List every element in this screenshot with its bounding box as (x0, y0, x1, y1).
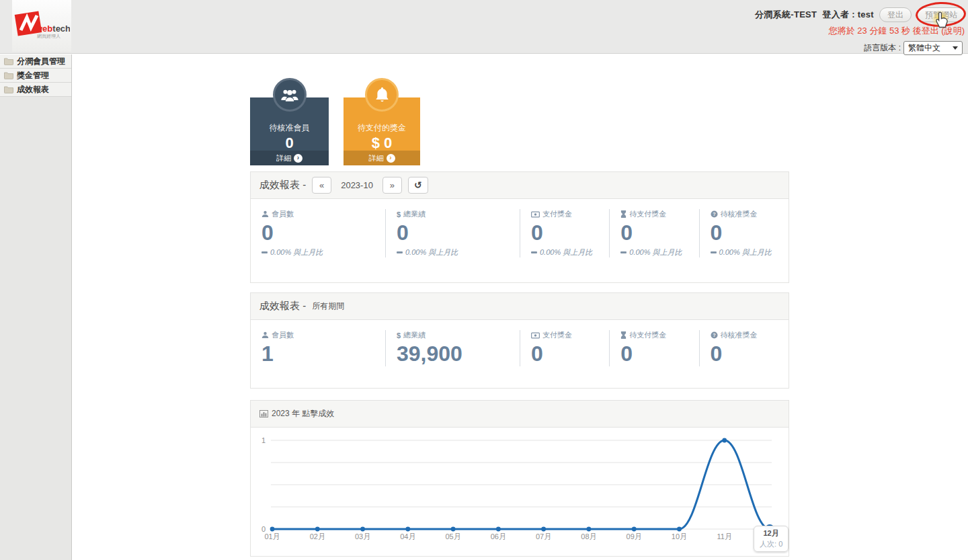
stat-paid-bonus: 支付獎金 0 (520, 330, 609, 366)
panel-title: 成效報表 - (259, 300, 306, 313)
money-icon (531, 211, 540, 218)
logo[interactable]: webtech 網頁經理人 (12, 0, 71, 52)
x-axis-label: 10月 (672, 532, 687, 541)
sidebar: 分潤會員管理 獎金管理 成效報表 (0, 54, 72, 560)
minus-icon (620, 251, 627, 253)
stat-members: 會員數 1 (251, 330, 385, 366)
detail-label: 詳細 (276, 153, 291, 163)
clicks-chart-svg: 1001月02月03月04月05月06月07月08月09月10月11月12月 (251, 428, 789, 557)
x-axis-label: 01月 (264, 532, 280, 541)
stat-paid-bonus: 支付獎金 0 0.00% 與上月比 (520, 209, 609, 257)
stat-value: 0 (531, 342, 609, 366)
chart-point[interactable] (270, 527, 275, 532)
x-axis-label: 02月 (310, 532, 325, 541)
period-value: 2023-10 (341, 180, 373, 190)
chart-point[interactable] (587, 527, 592, 532)
prev-month-button[interactable]: « (312, 177, 331, 194)
pending-members-card[interactable]: 待核准會員 0 詳細 › (250, 97, 329, 165)
alltime-report-panel: 成效報表 - 所有期間 會員數 1 $ 總業績 39,900 支付獎金 0 (250, 292, 789, 389)
arrow-circle-icon: › (387, 154, 395, 163)
folder-icon (4, 58, 13, 65)
stat-compare: 0.00% 與上月比 (540, 247, 592, 257)
tooltip-month: 12月 (760, 528, 782, 538)
clicks-chart-panel: 2023 年 點擊成效 1001月02月03月04月05月06月07月08月09… (250, 400, 789, 557)
chart-point[interactable] (541, 527, 546, 532)
sidebar-item-label: 分潤會員管理 (17, 56, 65, 67)
chart-point[interactable] (632, 527, 637, 532)
x-axis-label: 06月 (491, 532, 506, 541)
svg-text:?: ? (713, 332, 716, 338)
stat-compare: 0.00% 與上月比 (270, 247, 323, 257)
monthly-stats-row: 會員數 0 0.00% 與上月比 $ 總業績 0 0.00% 與上月比 支付獎金… (251, 199, 789, 257)
stat-unpaid-bonus: 待支付獎金 0 (609, 330, 698, 366)
detail-label: 詳細 (369, 153, 384, 163)
minus-icon (711, 251, 717, 253)
stat-value: 39,900 (397, 342, 520, 366)
stat-label: 待支付獎金 (629, 209, 666, 219)
panel-period-label: 所有期間 (312, 301, 344, 312)
chart-point[interactable] (677, 527, 682, 532)
top-header: webtech 網頁經理人 分潤系統-TEST 登入者 : test 登出 預覽… (0, 0, 968, 54)
alltime-report-header: 成效報表 - 所有期間 (251, 293, 789, 320)
reset-period-button[interactable]: ↺ (408, 177, 428, 194)
users-icon (273, 78, 307, 112)
stat-revenue: $ 總業績 0 0.00% 與上月比 (385, 209, 520, 257)
stat-value: 0 (620, 342, 698, 366)
arrow-circle-icon: › (294, 154, 302, 163)
x-axis-label: 05月 (445, 532, 460, 541)
language-bar: 語言版本 : 繁體中文 (864, 41, 963, 55)
logo-brand-tech: tech (52, 24, 70, 34)
chart-point[interactable] (315, 527, 320, 532)
chart-point[interactable] (360, 527, 365, 532)
monthly-report-panel: 成效報表 - « 2023-10 » ↺ 會員數 0 0.00% 與上月比 $ … (250, 171, 789, 283)
stat-label: 總業績 (403, 209, 426, 219)
logout-button[interactable]: 登出 (879, 7, 912, 22)
stat-revenue: $ 總業績 39,900 (385, 330, 520, 366)
hand-cursor-icon (935, 11, 949, 31)
x-axis-label: 08月 (581, 532, 596, 541)
stat-label: 支付獎金 (542, 209, 572, 219)
stat-pending-bonus: ? 待核准獎金 0 0.00% 與上月比 (699, 209, 789, 257)
stat-label: 待支付獎金 (629, 330, 666, 340)
stat-label: 總業績 (403, 330, 426, 340)
stat-label: 支付獎金 (542, 330, 572, 340)
login-user: 登入者 : test (822, 9, 874, 21)
logo-brand-web: web (35, 24, 52, 34)
stat-members: 會員數 0 0.00% 與上月比 (251, 209, 385, 257)
x-axis-label: 07月 (536, 532, 551, 541)
folder-icon (4, 72, 13, 79)
stat-label: 會員數 (272, 209, 294, 219)
stat-value: 0 (711, 342, 789, 366)
user-icon (261, 331, 269, 339)
sidebar-item-label: 獎金管理 (17, 70, 49, 81)
countdown-text: 您將於 23 分鐘 53 秒 後登出 (829, 26, 939, 36)
question-circle-icon: ? (711, 331, 718, 339)
chart-point[interactable] (496, 527, 501, 532)
hourglass-icon (620, 331, 627, 339)
chart-point[interactable] (405, 527, 410, 532)
alltime-stats-row: 會員數 1 $ 總業績 39,900 支付獎金 0 待支付獎金 0 (251, 320, 789, 366)
card-detail-link[interactable]: 詳細 › (344, 151, 420, 165)
chart-point[interactable] (451, 527, 456, 532)
stat-pending-bonus: ? 待核准獎金 0 (699, 330, 789, 366)
stat-value: 1 (261, 342, 385, 366)
refresh-icon: ↺ (414, 179, 422, 190)
card-detail-link[interactable]: 詳細 › (250, 151, 329, 165)
stat-label: 待核准獎金 (721, 209, 758, 219)
bar-chart-icon (259, 410, 268, 417)
sidebar-item-bonus-management[interactable]: 獎金管理 (0, 69, 71, 83)
chart-point[interactable] (722, 438, 727, 443)
next-month-button[interactable]: » (382, 177, 402, 194)
sidebar-item-performance-report[interactable]: 成效報表 (0, 83, 71, 97)
x-axis-label: 11月 (717, 532, 732, 541)
stat-value: 0 (261, 221, 385, 245)
minus-icon (397, 251, 403, 253)
stat-value: 0 (397, 221, 520, 245)
tooltip-value: 人次: 0 (760, 539, 782, 549)
pending-bonus-card[interactable]: 待支付的獎金 $ 0 詳細 › (344, 97, 420, 165)
stat-unpaid-bonus: 待支付獎金 0 0.00% 與上月比 (609, 209, 698, 257)
language-select[interactable]: 繁體中文 (903, 41, 963, 55)
sidebar-item-member-management[interactable]: 分潤會員管理 (0, 54, 71, 69)
monthly-report-header: 成效報表 - « 2023-10 » ↺ (251, 172, 789, 199)
stat-label: 會員數 (272, 330, 294, 340)
